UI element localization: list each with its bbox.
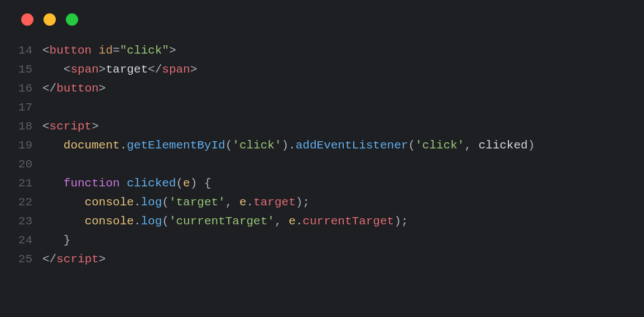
line-number: 22 [8, 193, 32, 212]
window-controls [0, 13, 644, 41]
code-content[interactable]: <span>target</span> [32, 60, 197, 79]
token-punct: > [99, 63, 106, 76]
token-str: "click" [120, 44, 169, 57]
token-punct: } [64, 234, 71, 247]
token-obj: console [85, 215, 134, 228]
code-content[interactable]: function clicked(e) { [32, 174, 212, 193]
token-prop: currentTarget [302, 215, 394, 228]
code-line[interactable]: 17 [8, 98, 644, 117]
token-punct: , [464, 139, 478, 152]
token-str: 'target' [169, 196, 225, 209]
line-number: 15 [8, 60, 32, 79]
token-meth: addEventListener [296, 139, 408, 152]
token-str: 'click' [415, 139, 464, 152]
token-punct: > [99, 82, 106, 95]
token-punct: ) { [190, 177, 212, 190]
line-number: 18 [8, 117, 32, 136]
token-param: e [183, 177, 190, 190]
token-txt: clicked [478, 139, 527, 152]
token-punct: ) [528, 139, 535, 152]
token-punct: = [113, 44, 120, 57]
code-content[interactable]: console.log('currentTarget', e.currentTa… [32, 212, 408, 231]
token-obj: e [289, 215, 296, 228]
token-tagname: script [50, 120, 92, 133]
line-number: 19 [8, 136, 32, 155]
token-prop: target [253, 196, 296, 209]
token-punct: ( [162, 215, 169, 228]
line-number: 20 [8, 155, 32, 174]
token-punct: ( [408, 139, 415, 152]
token-punct: ( [176, 177, 183, 190]
token-punct: > [190, 63, 198, 76]
code-line[interactable]: 23 console.log('currentTarget', e.curren… [8, 212, 644, 231]
token-tagname: span [162, 63, 190, 76]
token-punct: . [296, 215, 303, 228]
token-punct: ). [282, 139, 296, 152]
token-txt: target [105, 63, 148, 76]
token-punct: > [169, 44, 176, 57]
token-punct: . [120, 139, 127, 152]
token-str: 'currentTarget' [169, 215, 275, 228]
code-line[interactable]: 19 document.getElementById('click').addE… [8, 136, 644, 155]
line-number: 21 [8, 174, 32, 193]
token-txt [120, 177, 127, 190]
code-content[interactable]: </script> [32, 250, 105, 269]
zoom-icon[interactable] [66, 13, 78, 26]
token-punct: < [42, 44, 50, 57]
token-txt [92, 44, 99, 57]
token-punct: </ [42, 82, 56, 95]
line-number: 17 [8, 98, 32, 117]
line-number: 23 [8, 212, 32, 231]
line-number: 16 [8, 79, 32, 98]
code-line[interactable]: 15 <span>target</span> [8, 60, 644, 79]
token-meth: getElementById [127, 139, 225, 152]
code-content[interactable]: <button id="click"> [32, 41, 176, 60]
token-punct: . [134, 196, 141, 209]
token-fnname: clicked [127, 177, 176, 190]
close-icon[interactable] [21, 13, 33, 26]
code-editor-window: 14<button id="click">15 <span>target</sp… [0, 0, 644, 317]
token-punct: ); [296, 196, 310, 209]
token-punct: > [92, 120, 99, 133]
token-punct: . [247, 196, 254, 209]
token-punct: > [99, 253, 106, 266]
code-line[interactable]: 16</button> [8, 79, 644, 98]
line-number: 14 [8, 41, 32, 60]
token-punct: < [64, 63, 71, 76]
token-punct: ( [162, 196, 169, 209]
line-number: 24 [8, 231, 32, 250]
token-punct: < [42, 120, 50, 133]
line-number: 25 [8, 250, 32, 269]
token-attr: id [99, 44, 113, 57]
token-punct: , [225, 196, 239, 209]
token-punct: ( [225, 139, 233, 152]
code-line[interactable]: 22 console.log('target', e.target); [8, 193, 644, 212]
token-punct: , [275, 215, 289, 228]
code-content[interactable]: <script> [32, 117, 99, 136]
code-line[interactable]: 14<button id="click"> [8, 41, 644, 60]
token-obj: e [239, 196, 247, 209]
code-content[interactable]: document.getElementById('click').addEven… [32, 136, 535, 155]
token-punct: . [134, 215, 141, 228]
token-meth: log [141, 196, 162, 209]
code-content[interactable]: console.log('target', e.target); [32, 193, 310, 212]
code-line[interactable]: 24 } [8, 231, 644, 250]
code-line[interactable]: 21 function clicked(e) { [8, 174, 644, 193]
token-punct: </ [148, 63, 162, 76]
token-kw: function [64, 177, 120, 190]
code-content[interactable]: } [32, 231, 70, 250]
minimize-icon[interactable] [44, 13, 56, 26]
code-editor[interactable]: 14<button id="click">15 <span>target</sp… [0, 41, 644, 269]
code-content[interactable]: </button> [32, 79, 105, 98]
token-tagname: span [70, 63, 98, 76]
token-obj: console [85, 196, 134, 209]
code-line[interactable]: 20 [8, 155, 644, 174]
token-meth: log [141, 215, 162, 228]
code-line[interactable]: 25</script> [8, 250, 644, 269]
token-tagname: button [50, 44, 92, 57]
code-line[interactable]: 18<script> [8, 117, 644, 136]
token-tagname: button [56, 82, 99, 95]
token-punct: </ [42, 253, 56, 266]
token-str: 'click' [232, 139, 281, 152]
token-tagname: script [56, 253, 99, 266]
